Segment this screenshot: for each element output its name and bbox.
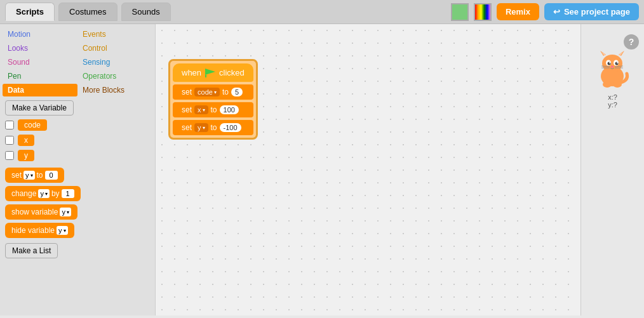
- show-variable-block[interactable]: show variable y ▾: [5, 204, 77, 220]
- right-categories: Events Control Sensing Operators More Bl…: [77, 28, 152, 96]
- color-multi-swatch[interactable]: [474, 3, 492, 21]
- left-panel: Motion Looks Sound Pen Data Events Contr…: [0, 24, 156, 315]
- y-dropdown-1[interactable]: y ▾: [23, 171, 35, 180]
- top-right-controls: Remix ↩ See project page: [451, 3, 639, 21]
- show-var-label: show variable: [11, 208, 58, 216]
- code-value[interactable]: 5: [231, 88, 243, 96]
- svg-point-3: [602, 55, 622, 72]
- set3-label: set: [182, 123, 192, 132]
- svg-point-11: [615, 62, 619, 65]
- x-value[interactable]: 100: [220, 105, 239, 114]
- to3-label: to: [211, 123, 217, 132]
- y-dropdown-3[interactable]: y ▾: [60, 208, 71, 216]
- when-flag-clicked-block[interactable]: when clicked: [173, 63, 253, 82]
- change-label: change: [11, 189, 36, 198]
- category-sound[interactable]: Sound: [3, 56, 77, 69]
- tab-scripts[interactable]: Scripts: [5, 3, 55, 21]
- category-motion[interactable]: Motion: [3, 28, 77, 41]
- data-blocks: set y ▾ to 0 change y ▾ by 1 show variab…: [0, 165, 155, 241]
- variable-code-badge: code: [18, 119, 47, 131]
- variable-y-badge: y: [18, 150, 34, 161]
- right-panel: ?: [580, 24, 644, 315]
- set-y-value[interactable]: 0: [45, 171, 58, 180]
- category-looks[interactable]: Looks: [3, 42, 77, 55]
- hide-var-label: hide variable: [11, 226, 55, 235]
- data-section: Make a Variable code x y: [0, 96, 155, 165]
- set-label: set: [11, 171, 22, 180]
- y-value[interactable]: -100: [220, 123, 241, 132]
- category-pen[interactable]: Pen: [3, 70, 77, 83]
- y-dropdown-2[interactable]: y ▾: [38, 189, 50, 198]
- sprite-cat: [592, 50, 633, 91]
- svg-point-10: [608, 62, 611, 65]
- sprite-x: x:?: [608, 93, 617, 101]
- category-control[interactable]: Control: [77, 42, 152, 55]
- category-more-blocks[interactable]: More Blocks: [77, 84, 152, 96]
- variable-x-badge: x: [18, 135, 34, 146]
- to1-label: to: [222, 88, 229, 96]
- variable-code: code: [5, 119, 150, 131]
- svg-point-13: [617, 62, 618, 63]
- variable-x-checkbox[interactable]: [5, 136, 14, 145]
- variable-y: y: [5, 150, 150, 161]
- help-button-container: ?: [624, 29, 639, 50]
- see-project-button[interactable]: ↩ See project page: [544, 3, 639, 20]
- top-bar: Scripts Costumes Sounds Remix ↩ See proj…: [0, 0, 644, 24]
- sprite-y: y:?: [608, 101, 617, 109]
- main-content: Motion Looks Sound Pen Data Events Contr…: [0, 24, 644, 315]
- make-variable-button[interactable]: Make a Variable: [5, 100, 74, 116]
- y-dropdown-4[interactable]: y ▾: [57, 226, 68, 235]
- see-project-icon: ↩: [553, 7, 560, 17]
- set2-label: set: [182, 105, 192, 114]
- svg-point-19: [603, 81, 612, 88]
- sprite-coords: x:? y:?: [608, 93, 617, 109]
- category-operators[interactable]: Operators: [77, 70, 152, 83]
- color-green-swatch[interactable]: [451, 3, 469, 21]
- x-dropdown[interactable]: x ▾: [194, 105, 208, 114]
- categories: Motion Looks Sound Pen Data Events Contr…: [0, 24, 155, 96]
- when-label: when: [182, 68, 201, 77]
- script-group: when clicked set code ▾ to 5 set: [168, 59, 258, 140]
- svg-rect-1: [205, 75, 206, 77]
- category-data[interactable]: Data: [3, 84, 77, 96]
- code-dropdown[interactable]: code ▾: [194, 88, 220, 96]
- flag-icon: [205, 69, 215, 77]
- by-label: by: [51, 189, 60, 198]
- set1-label: set: [182, 88, 192, 96]
- hide-variable-block[interactable]: hide variable y ▾: [5, 223, 74, 238]
- category-sensing[interactable]: Sensing: [77, 56, 152, 69]
- variable-code-checkbox[interactable]: [5, 121, 14, 129]
- make-list-button[interactable]: Make a List: [5, 243, 58, 258]
- help-button[interactable]: ?: [624, 34, 639, 50]
- to-label: to: [37, 171, 43, 180]
- svg-point-12: [609, 62, 610, 63]
- set-code-block[interactable]: set code ▾ to 5: [173, 84, 253, 100]
- script-container: when clicked set code ▾ to 5 set: [168, 59, 258, 140]
- left-categories: Motion Looks Sound Pen Data: [3, 28, 77, 96]
- set-y-script-block[interactable]: set y ▾ to -100: [173, 120, 253, 135]
- clicked-label: clicked: [219, 68, 245, 77]
- set-y-block[interactable]: set y ▾ to 0: [5, 168, 64, 183]
- set-x-block[interactable]: set x ▾ to 100: [173, 102, 253, 117]
- variable-x: x: [5, 135, 150, 146]
- change-y-value[interactable]: 1: [62, 189, 74, 198]
- to2-label: to: [211, 105, 217, 114]
- y-dropdown-script[interactable]: y ▾: [194, 123, 208, 132]
- variable-y-checkbox[interactable]: [5, 151, 14, 160]
- svg-point-20: [613, 81, 622, 88]
- change-y-block[interactable]: change y ▾ by 1: [5, 186, 81, 201]
- tab-costumes[interactable]: Costumes: [58, 3, 117, 21]
- category-events[interactable]: Events: [77, 28, 152, 41]
- script-area[interactable]: when clicked set code ▾ to 5 set: [156, 24, 580, 315]
- tab-sounds[interactable]: Sounds: [121, 3, 171, 21]
- remix-button[interactable]: Remix: [497, 3, 539, 20]
- see-project-label: See project page: [564, 7, 630, 17]
- svg-marker-0: [205, 69, 215, 75]
- svg-point-14: [611, 66, 614, 68]
